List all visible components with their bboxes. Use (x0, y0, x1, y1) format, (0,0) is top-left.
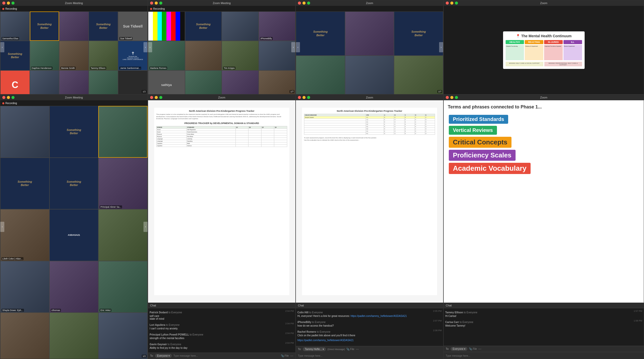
file-button-2[interactable]: 📎 File (346, 348, 354, 351)
to-everyone-button-3[interactable]: Everyone ▾ (451, 347, 467, 351)
chat-panel-2: Chat Colin Hill to Everyone 2:05 PM Hi, … (296, 303, 443, 359)
mhc-col-ill: ILL (563, 40, 582, 44)
participant-tile (98, 313, 148, 359)
recording-badge: Recording (150, 7, 165, 10)
recording-badge: Recording (2, 102, 17, 105)
maximize-button[interactable] (11, 2, 15, 5)
maximize-button[interactable] (11, 96, 15, 99)
close-button[interactable] (298, 96, 301, 99)
more-button-3[interactable]: ⋯ (478, 347, 481, 351)
maximize-button[interactable] (159, 96, 162, 99)
minimize-button[interactable] (7, 96, 10, 99)
close-button[interactable] (150, 2, 153, 5)
pin-icon: 📍 (516, 34, 520, 38)
nav-next[interactable]: › (439, 42, 443, 52)
window-title: Zoom Meeting (213, 2, 231, 5)
more-button-2[interactable]: ⋯ (356, 348, 359, 351)
chat-panel-3: Chat Tammy Ellison to Everyone 1:57 PM H… (444, 303, 644, 359)
chat-input-3[interactable] (446, 354, 478, 357)
chat-message: Carisa Carr to Everyone 1:58 PM Welcome … (445, 319, 642, 327)
chat-message: Gavin Gaynair to Everyone 2:04 PM Abilit… (150, 342, 294, 349)
doc-title: North American Division Pre-Kindergarten… (156, 110, 287, 112)
close-button[interactable] (2, 2, 5, 5)
participant-tile: Samantha Elias (0, 11, 30, 41)
document-viewer: North American Division Pre-Kindergarten… (148, 100, 295, 303)
close-button[interactable] (446, 96, 449, 99)
doc-subtitle: PROGRESS TRACKER by DEVELOPMENTAL DOMAIN… (156, 122, 287, 125)
participant-tile: Eric Velez (98, 261, 148, 313)
chat-messages-3: Tammy Ellison to Everyone 1:57 PM Hi Car… (444, 308, 644, 346)
titlebar-bot-right: Zoom ⤢ (444, 95, 644, 100)
chat-input-bar-2: To: Tammy Hefle... ▾ (Direct Message) 📎 … (296, 346, 443, 352)
nav-prev[interactable]: ‹ (148, 42, 152, 52)
nav-next[interactable]: › (143, 222, 148, 232)
titlebar-bot-mid: Zoom ⤢ (148, 95, 295, 100)
zoom-window-top-mid: Zoom Meeting Recording ‹ › 1/7 Something… (148, 0, 296, 94)
participant-tile (98, 209, 148, 261)
chat-message: Principal Lylton Powell POWELL to Everyo… (150, 332, 294, 340)
file-button-3[interactable]: 📎 File (469, 348, 477, 350)
participant-tile: SomethingBetter (394, 11, 443, 56)
maximize-button[interactable] (159, 2, 162, 5)
mhc-container: 📍 The Mental Health Continuum HEALTHY RE… (444, 6, 644, 94)
nav-prev[interactable]: ‹ (0, 222, 4, 232)
to-everyone-button[interactable]: Everyone ▾ (155, 354, 172, 358)
maximize-button[interactable] (455, 96, 458, 99)
close-button[interactable] (446, 2, 449, 5)
minimize-button[interactable] (450, 2, 453, 5)
term-vertical-reviews: Vertical Reviews (449, 126, 497, 135)
file-button[interactable]: 📎 File (281, 354, 289, 357)
chat-header-2: Chat (296, 303, 443, 308)
mhc-col-healthy: HEALTHY (506, 40, 524, 44)
doc-title-2: North American Division Pre-Kindergarten… (304, 110, 435, 112)
participant-tile: Tammy Ellison (89, 41, 118, 70)
participant-tile: Bennie Smith (59, 41, 89, 70)
close-button[interactable] (298, 2, 301, 5)
expand-button-right[interactable]: ⤢ (639, 102, 642, 105)
minimize-button[interactable] (155, 96, 158, 99)
to-tammy-button[interactable]: Tammy Hefle... ▾ (303, 347, 326, 351)
nav-next[interactable]: › (291, 42, 295, 52)
participant-tile: ✝ Seventh-dayAdventist ChurchLAKE UNION … (118, 41, 148, 70)
participant-tile (345, 56, 394, 94)
maximize-button[interactable] (307, 96, 310, 99)
to-label: To: (150, 354, 153, 357)
chat-message: Tammy Ellison to Everyone 1:57 PM Hi Car… (445, 310, 642, 317)
document-content: North American Division Pre-Kindergarten… (154, 108, 289, 295)
titlebar-top-left: Zoom Meeting (0, 0, 148, 6)
participant-tile (259, 41, 296, 70)
chat-input[interactable] (173, 354, 279, 357)
participant-tile (0, 106, 49, 158)
expand-button[interactable]: ⤢ (291, 102, 293, 105)
maximize-button[interactable] (307, 2, 310, 5)
nav-prev[interactable]: ‹ (296, 42, 300, 52)
minimize-button[interactable] (155, 2, 158, 5)
term-prioritized-standards: Prioritized Standards (449, 115, 508, 124)
more-button[interactable]: ⋯ (290, 354, 293, 358)
chat-panel: Chat Patrick Dodard to Everyone 2:04 PM … (148, 303, 295, 359)
participant-tile: SomethingBetter (0, 158, 49, 209)
minimize-button[interactable] (303, 2, 306, 5)
participant-tile: SomethingBetter (0, 41, 30, 70)
video-grid-top-right: SomethingBetter SomethingBetter (296, 6, 443, 94)
zoom-window-top-far-right: Zoom 📍 The Mental Health Continuum HEALT… (443, 0, 644, 94)
nav-prev[interactable]: ‹ (0, 42, 4, 52)
participant-tile: C Caroline S (0, 70, 30, 94)
participant-tile: SomethingBetter (185, 11, 222, 41)
term-critical-concepts: Critical Concepts (449, 137, 511, 148)
minimize-button[interactable] (7, 2, 10, 5)
maximize-button[interactable] (455, 2, 458, 5)
window-title: Zoom Meeting (65, 2, 83, 5)
minimize-button[interactable] (303, 96, 306, 99)
minimize-button[interactable] (450, 96, 453, 99)
video-grid-top-mid: SomethingBetter iPhoneBilly Marlene Rome… (148, 6, 295, 94)
chat-message: https://padlet.com/tammy_heflebower/ASDA… (297, 339, 442, 342)
close-button[interactable] (150, 96, 153, 99)
mhc-grid: HEALTHY REACTING IN-JURED ILL Adapted Fu… (506, 40, 582, 60)
chat-input-2[interactable] (298, 354, 330, 357)
participant-tile: iPhoneBilly (259, 11, 296, 41)
close-button[interactable] (2, 96, 5, 99)
nav-next[interactable]: › (143, 42, 148, 52)
titlebar-top-right: Zoom (296, 0, 443, 6)
mhc-col-injured: IN-JURED (544, 40, 563, 44)
